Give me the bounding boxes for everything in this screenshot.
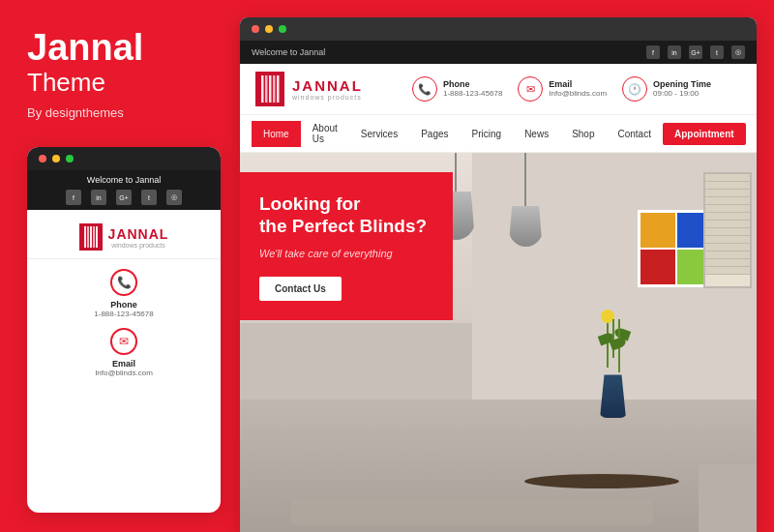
blind-slat xyxy=(705,205,750,213)
hours-text-group: Opening Time 09:00 - 19:00 xyxy=(653,79,711,99)
mobile-instagram-icon[interactable]: ◎ xyxy=(166,190,182,205)
logo-icon-box xyxy=(255,72,284,106)
blind-slat xyxy=(705,221,750,228)
email-text-group: Email Info@blinds.com xyxy=(549,79,607,99)
logo-text-group: JANNAL windows products xyxy=(292,77,363,101)
nav-pricing[interactable]: Pricing xyxy=(461,121,514,147)
browser-dot-green xyxy=(279,25,286,33)
email-label: Email xyxy=(549,79,607,89)
mobile-phone-icon: 📞 xyxy=(110,269,137,296)
hero-headline-line1: Looking for xyxy=(259,193,360,214)
browser-header: JANNAL windows products 📞 Phone 1-888-12… xyxy=(240,64,757,115)
browser-nav: Home About Us Services Pages Pricing New… xyxy=(240,115,757,153)
mobile-linkedin-icon[interactable]: in xyxy=(91,190,106,205)
blind-slat xyxy=(705,182,750,190)
blind-slat xyxy=(705,190,750,197)
mobile-twitter-icon[interactable]: t xyxy=(141,190,157,205)
svg-rect-7 xyxy=(269,75,272,103)
phone-label: Phone xyxy=(443,79,502,89)
pendant-light-2 xyxy=(509,153,543,247)
nav-appointment-button[interactable]: Appointment xyxy=(663,123,746,145)
logo-sub-text: windows products xyxy=(292,94,363,101)
mobile-social-icons: f in G+ t ◎ xyxy=(35,190,213,205)
vase xyxy=(599,374,628,418)
art-block-orange xyxy=(640,213,675,248)
browser-linkedin-icon[interactable]: in xyxy=(668,45,681,59)
clock-icon-circle: 🕐 xyxy=(622,76,647,102)
flower-stems xyxy=(607,319,620,372)
header-phone-item: 📞 Phone 1-888-123-45678 xyxy=(412,76,502,102)
phone-value: 1-888-123-45678 xyxy=(443,89,502,99)
browser-googleplus-icon[interactable]: G+ xyxy=(689,45,702,59)
browser-facebook-icon[interactable]: f xyxy=(646,45,660,59)
mobile-phone-item: 📞 Phone 1-888-123-45678 xyxy=(37,269,211,318)
blind-slat xyxy=(705,174,750,182)
pendant-cord xyxy=(455,153,457,192)
nav-home[interactable]: Home xyxy=(252,121,301,147)
dot-green xyxy=(66,155,74,163)
window-blinds xyxy=(703,172,752,288)
svg-rect-8 xyxy=(273,75,276,103)
mobile-googleplus-icon[interactable]: G+ xyxy=(116,190,132,205)
mobile-phone-value: 1-888-123-45678 xyxy=(37,310,211,318)
browser-window: Welcome to Jannal f in G+ t ◎ JANNAL xyxy=(240,17,757,532)
brand-by: By designthemes xyxy=(27,105,221,120)
mobile-titlebar xyxy=(27,147,221,170)
mobile-topbar-text: Welcome to Jannal xyxy=(35,175,213,185)
dot-yellow xyxy=(52,155,60,163)
svg-rect-0 xyxy=(84,226,86,248)
couch xyxy=(699,464,757,532)
nav-about[interactable]: About Us xyxy=(301,115,349,152)
mobile-logo-text-group: JANNAL windows products xyxy=(108,226,169,249)
browser-dot-yellow xyxy=(265,25,273,33)
table xyxy=(524,474,679,532)
browser-instagram-icon[interactable]: ◎ xyxy=(731,45,745,59)
nav-shop[interactable]: Shop xyxy=(560,121,606,147)
vase-area xyxy=(599,319,628,418)
browser-twitter-icon[interactable]: t xyxy=(710,45,724,59)
blind-slat xyxy=(705,213,750,221)
browser-topbar: Welcome to Jannal f in G+ t ◎ xyxy=(240,41,757,64)
hero-headline-line2: the Perfect Blinds? xyxy=(259,216,427,236)
svg-rect-5 xyxy=(261,75,264,103)
stem-3 xyxy=(618,319,620,372)
mobile-email-value: Info@blinds.com xyxy=(37,369,211,377)
phone-icon-circle: 📞 xyxy=(412,76,437,102)
nav-services[interactable]: Services xyxy=(349,121,409,147)
header-hours-item: 🕐 Opening Time 09:00 - 19:00 xyxy=(622,76,711,102)
brand-subtitle: Theme xyxy=(27,68,221,98)
blind-slat xyxy=(705,267,750,275)
nav-pages[interactable]: Pages xyxy=(409,121,460,147)
email-value: Info@blinds.com xyxy=(549,89,607,99)
mobile-facebook-icon[interactable]: f xyxy=(66,190,81,205)
header-email-item: ✉ Email Info@blinds.com xyxy=(518,76,607,102)
hero-subtext: We'll take care of everything xyxy=(259,248,433,259)
mobile-email-icon: ✉ xyxy=(110,328,137,355)
hero-card: Looking for the Perfect Blinds? We'll ta… xyxy=(240,172,453,320)
svg-rect-6 xyxy=(265,75,268,103)
browser-dot-red xyxy=(252,25,259,33)
header-info: 📞 Phone 1-888-123-45678 ✉ Email Info@bli… xyxy=(382,76,741,102)
mobile-mockup: Welcome to Jannal f in G+ t ◎ xyxy=(27,147,221,513)
mobile-phone-label: Phone xyxy=(37,300,211,310)
header-logo: JANNAL windows products xyxy=(255,72,363,106)
hero-headline: Looking for the Perfect Blinds? xyxy=(259,193,433,238)
topbar-text: Welcome to Jannal xyxy=(252,47,325,57)
art-block-red xyxy=(640,250,675,284)
opening-value: 09:00 - 19:00 xyxy=(653,89,711,99)
nav-contact[interactable]: Contact xyxy=(607,121,663,147)
blind-slat xyxy=(705,251,750,259)
left-panel: Jannal Theme By designthemes Welcome to … xyxy=(0,0,240,532)
svg-rect-4 xyxy=(96,226,98,248)
mobile-info-section: 📞 Phone 1-888-123-45678 ✉ Email Info@bli… xyxy=(27,259,221,397)
svg-rect-3 xyxy=(93,226,95,248)
mobile-email-label: Email xyxy=(37,359,211,369)
dot-red xyxy=(39,155,46,163)
browser-titlebar xyxy=(240,17,757,41)
hero-cta-button[interactable]: Contact Us xyxy=(259,277,342,301)
blind-slat xyxy=(705,236,750,244)
opening-label: Opening Time xyxy=(653,79,711,89)
mobile-logo-section: JANNAL windows products xyxy=(27,210,221,259)
nav-news[interactable]: News xyxy=(513,121,560,147)
pendant-shade-2 xyxy=(509,206,543,247)
